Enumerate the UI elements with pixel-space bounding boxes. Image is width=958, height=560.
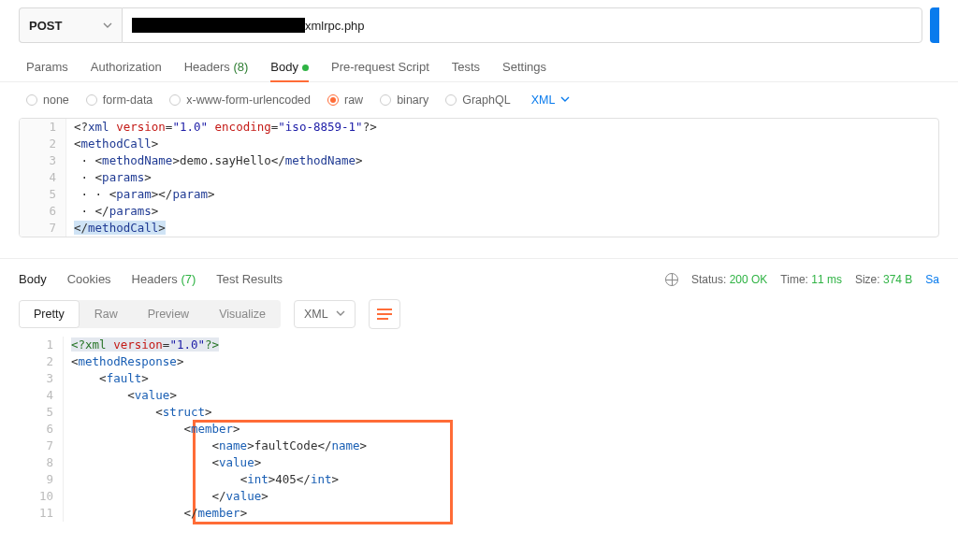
radio-icon (86, 94, 97, 106)
chevron-down-icon (560, 93, 570, 107)
line-number: 6 (20, 203, 66, 220)
radio-label: binary (397, 93, 428, 107)
code-line: · · <param></param> (66, 186, 938, 203)
body-type-graphql[interactable]: GraphQL (445, 93, 510, 107)
line-number: 3 (20, 152, 66, 169)
response-headers-count: (7) (181, 272, 196, 286)
code-line: </value> (64, 488, 939, 505)
response-format-select[interactable]: XML (294, 300, 356, 328)
view-mode-raw[interactable]: Raw (80, 300, 133, 328)
wrap-icon (377, 309, 392, 320)
code-line: <int>405</int> (64, 471, 939, 488)
wrap-lines-button[interactable] (369, 299, 400, 329)
tab-authorization[interactable]: Authorization (91, 60, 162, 81)
line-number: 3 (19, 370, 64, 387)
code-line: </member> (64, 505, 939, 522)
body-format-select[interactable]: XML (531, 93, 571, 107)
radio-icon (380, 94, 391, 106)
radio-label: GraphQL (462, 93, 510, 107)
line-number: 7 (20, 220, 66, 237)
line-number: 9 (19, 471, 64, 488)
response-tab-tests[interactable]: Test Results (216, 272, 283, 286)
line-number: 2 (19, 353, 64, 370)
tab-headers[interactable]: Headers (8) (184, 60, 249, 81)
body-type-urlencoded[interactable]: x-www-form-urlencoded (169, 93, 311, 107)
radio-icon (169, 94, 181, 106)
line-number: 10 (19, 488, 64, 505)
request-tabs: Params Authorization Headers (8) Body Pr… (0, 50, 958, 82)
response-tabs: Body Cookies Headers (7) Test Results St… (0, 258, 958, 295)
request-bar: POST xmlrpc.php (0, 0, 958, 50)
line-number: 1 (19, 337, 64, 353)
line-number: 11 (19, 505, 64, 522)
url-visible-suffix: xmlrpc.php (305, 19, 365, 33)
chevron-down-icon (336, 308, 345, 321)
body-type-binary[interactable]: binary (380, 93, 428, 107)
body-type-row: none form-data x-www-form-urlencoded raw… (0, 82, 958, 114)
line-number: 2 (20, 136, 66, 152)
tab-settings[interactable]: Settings (502, 60, 546, 81)
request-body-editor[interactable]: 1<?xml version="1.0" encoding="iso-8859-… (19, 118, 939, 237)
globe-icon[interactable] (665, 273, 678, 286)
view-mode-group: Pretty Raw Preview Visualize (19, 300, 281, 328)
tab-params[interactable]: Params (26, 60, 68, 81)
code-line: <name>faultCode</name> (64, 438, 939, 454)
code-line: <member> (64, 421, 939, 438)
response-tab-cookies[interactable]: Cookies (67, 272, 111, 286)
body-type-none[interactable]: none (26, 93, 69, 107)
radio-label: form-data (103, 93, 153, 107)
http-method-value: POST (29, 19, 62, 33)
headers-count: (8) (233, 60, 248, 74)
line-number: 6 (19, 421, 64, 438)
line-number: 4 (20, 169, 66, 186)
line-number: 8 (19, 454, 64, 471)
view-mode-pretty[interactable]: Pretty (19, 300, 80, 328)
code-line: <methodResponse> (64, 353, 939, 370)
time-meta: Time: 11 ms (780, 273, 842, 286)
code-line: <struct> (64, 404, 939, 421)
line-number: 7 (19, 438, 64, 454)
response-headers-label: Headers (132, 272, 178, 286)
response-view-toolbar: Pretty Raw Preview Visualize XML (0, 295, 958, 333)
response-tab-headers[interactable]: Headers (7) (132, 272, 196, 286)
http-method-select[interactable]: POST (19, 7, 122, 43)
tab-prerequest[interactable]: Pre-request Script (331, 60, 429, 81)
chevron-down-icon (103, 19, 112, 33)
response-tab-body[interactable]: Body (19, 272, 47, 286)
code-line: <fault> (64, 370, 939, 387)
modified-dot-icon (302, 65, 309, 71)
save-response-button[interactable]: Sa (925, 273, 939, 286)
body-type-formdata[interactable]: form-data (86, 93, 153, 107)
body-format-label: XML (531, 93, 556, 107)
tab-body[interactable]: Body (270, 60, 309, 81)
radio-icon (26, 94, 37, 106)
status-meta: Status: 200 OK (691, 273, 767, 286)
code-line: · </params> (66, 203, 938, 220)
send-button[interactable] (930, 7, 939, 43)
radio-label: raw (344, 93, 363, 107)
radio-label: x-www-form-urlencoded (186, 93, 311, 107)
size-meta: Size: 374 B (855, 273, 912, 286)
code-line: </methodCall> (66, 220, 938, 237)
line-number: 5 (20, 186, 66, 203)
code-line: · <methodName>demo.sayHello</methodName> (66, 152, 938, 169)
view-mode-visualize[interactable]: Visualize (204, 300, 281, 328)
response-body-editor[interactable]: 1<?xml version="1.0"?> 2<methodResponse>… (19, 337, 939, 522)
code-line: · <params> (66, 169, 938, 186)
tab-tests[interactable]: Tests (452, 60, 480, 81)
line-number: 4 (19, 387, 64, 404)
tab-headers-label: Headers (184, 60, 230, 74)
code-line: <methodCall> (66, 136, 938, 152)
code-line: <?xml version="1.0" encoding="iso-8859-1… (66, 119, 938, 136)
request-url-input[interactable]: xmlrpc.php (122, 7, 922, 43)
radio-icon (445, 94, 457, 106)
response-meta: Status: 200 OK Time: 11 ms Size: 374 B S… (665, 273, 939, 286)
radio-icon (327, 94, 339, 106)
response-format-label: XML (304, 308, 328, 321)
radio-label: none (43, 93, 69, 107)
redacted-url-part (132, 18, 305, 33)
line-number: 1 (20, 119, 66, 136)
view-mode-preview[interactable]: Preview (133, 300, 204, 328)
code-line: <value> (64, 387, 939, 404)
body-type-raw[interactable]: raw (327, 93, 363, 107)
